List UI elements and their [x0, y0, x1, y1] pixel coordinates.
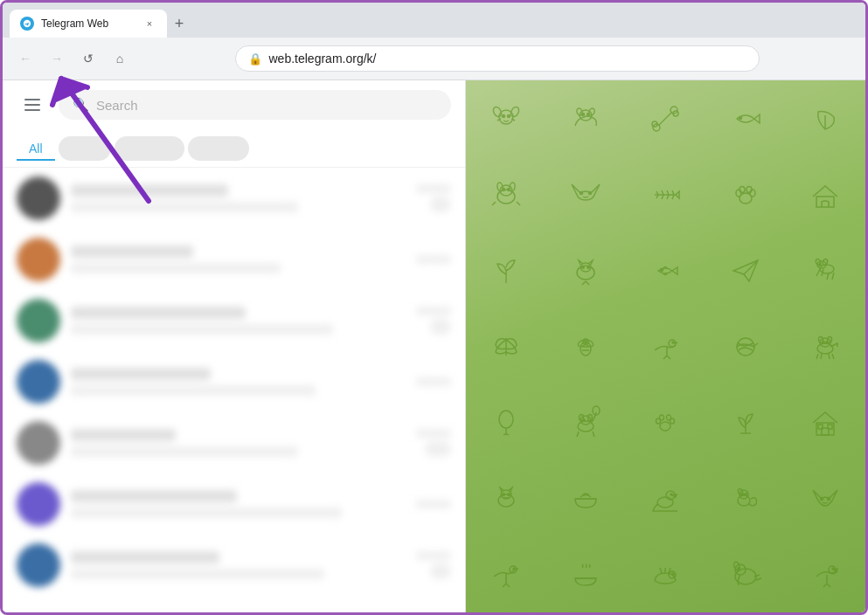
svg-point-9 — [587, 113, 590, 115]
fish-icon-2 — [626, 232, 705, 308]
svg-point-83 — [828, 498, 830, 501]
address-bar: ← → ↺ ⌂ 🔒 web.telegram.org/k/ — [3, 38, 865, 79]
chat-preview — [71, 446, 298, 457]
bird-2-icon — [466, 537, 545, 613]
yarn-icon — [705, 308, 785, 384]
svg-point-16 — [739, 116, 741, 119]
chat-name — [71, 245, 193, 258]
search-bar[interactable]: 🔍 Search — [59, 90, 451, 120]
hamburger-line — [24, 109, 40, 111]
fox-icon — [545, 156, 625, 232]
telegram-plane-icon — [705, 232, 785, 308]
animal-icon — [466, 156, 545, 232]
chat-info — [71, 184, 406, 212]
animal-icon — [545, 80, 625, 156]
svg-point-64 — [660, 415, 664, 420]
home-button[interactable]: ⌂ — [108, 46, 132, 71]
chat-meta — [416, 255, 451, 264]
chat-item[interactable] — [3, 351, 465, 412]
chat-panel — [466, 80, 865, 613]
svg-point-73 — [507, 494, 509, 495]
filter-tab-4[interactable] — [188, 136, 249, 161]
svg-point-72 — [502, 494, 503, 495]
leaf-icon — [786, 80, 865, 156]
bird-icon — [626, 308, 705, 384]
chat-time — [416, 307, 451, 315]
svg-point-82 — [821, 498, 823, 501]
svg-point-3 — [502, 114, 504, 117]
filter-tab-3[interactable] — [115, 136, 184, 161]
url-text: web.telegram.org/k/ — [269, 52, 746, 66]
chat-info — [71, 551, 406, 579]
chat-name — [71, 490, 237, 502]
bird-3-icon — [786, 537, 865, 613]
menu-button[interactable] — [17, 89, 48, 121]
svg-point-33 — [582, 266, 584, 268]
svg-point-22 — [507, 188, 510, 190]
chat-info — [71, 490, 406, 518]
svg-point-52 — [823, 342, 824, 343]
hedgehog-icon — [626, 537, 705, 613]
back-button[interactable]: ← — [13, 46, 38, 71]
paw-icon — [705, 156, 785, 232]
svg-point-80 — [741, 494, 743, 495]
svg-point-26 — [736, 190, 741, 197]
svg-point-2 — [509, 105, 520, 117]
forward-button[interactable]: → — [45, 46, 69, 71]
tab-bar: Telegram Web × + — [3, 3, 865, 38]
animal-icon — [466, 80, 545, 156]
chat-list — [3, 168, 465, 613]
chat-badge — [430, 197, 451, 212]
chat-item[interactable] — [3, 535, 465, 596]
new-tab-button[interactable]: + — [167, 11, 191, 36]
avatar — [17, 360, 60, 404]
chat-badge — [430, 319, 451, 335]
balloon-icon — [466, 385, 545, 461]
refresh-button[interactable]: ↺ — [76, 46, 101, 71]
filter-tab-2[interactable] — [59, 136, 111, 161]
tab-close-button[interactable]: × — [142, 17, 156, 31]
svg-point-1 — [491, 105, 503, 117]
active-tab[interactable]: Telegram Web × — [10, 10, 167, 38]
chat-item[interactable] — [3, 412, 465, 473]
avatar — [17, 543, 60, 587]
svg-point-8 — [582, 113, 585, 115]
svg-rect-69 — [828, 425, 832, 429]
chat-name — [71, 551, 219, 563]
plant-icon — [466, 232, 545, 308]
lock-icon: 🔒 — [248, 52, 262, 66]
hamburger-line — [24, 104, 40, 106]
svg-point-24 — [589, 191, 592, 194]
chat-badge — [425, 441, 451, 457]
svg-point-31 — [577, 266, 594, 280]
svg-rect-30 — [816, 197, 834, 207]
svg-point-76 — [670, 494, 672, 495]
dog-balloon-icon — [545, 385, 625, 461]
chat-item[interactable] — [3, 473, 465, 535]
svg-point-53 — [826, 342, 828, 343]
svg-point-85 — [513, 568, 515, 570]
hamburger-line — [24, 99, 40, 100]
svg-point-87 — [672, 573, 674, 575]
chat-item[interactable] — [3, 290, 465, 351]
chat-time — [416, 255, 451, 264]
dog-running-icon — [786, 232, 865, 308]
svg-point-54 — [499, 411, 513, 428]
avatar — [17, 421, 60, 465]
filter-tab-all[interactable]: All — [17, 136, 55, 161]
chat-item[interactable] — [3, 168, 465, 229]
chat-preview — [71, 263, 281, 273]
chat-info — [71, 245, 406, 273]
svg-point-34 — [587, 266, 589, 268]
url-bar[interactable]: 🔒 web.telegram.org/k/ — [235, 45, 760, 72]
avatar — [17, 299, 60, 342]
refresh-icon: ↺ — [83, 52, 94, 66]
svg-point-61 — [660, 422, 670, 431]
plant-2-icon — [705, 385, 785, 461]
chat-meta — [416, 551, 451, 579]
chat-item[interactable] — [3, 229, 465, 290]
fish-bones-icon — [626, 156, 705, 232]
svg-point-35 — [661, 268, 663, 271]
tab-title: Telegram Web — [41, 17, 135, 30]
chat-preview — [71, 385, 316, 396]
